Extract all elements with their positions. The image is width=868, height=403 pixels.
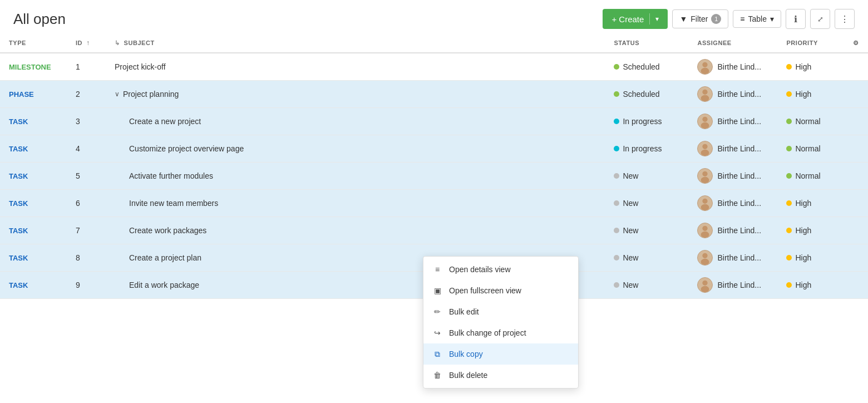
cell-type: PHASE (0, 81, 67, 108)
cell-subject: Create work packages (106, 217, 605, 244)
col-header-assignee[interactable]: ASSIGNEE (688, 33, 777, 53)
svg-point-12 (703, 226, 708, 231)
create-dropdown-arrow: ▾ (655, 15, 659, 23)
context-menu-item-open-details[interactable]: ≡Open details view (423, 259, 578, 280)
cell-assignee: Birthe Lind... (688, 190, 777, 217)
avatar (697, 223, 713, 238)
assignee-name: Birthe Lind... (717, 253, 761, 262)
svg-point-6 (703, 144, 708, 149)
expand-button[interactable]: ⤢ (810, 9, 830, 29)
svg-point-4 (703, 117, 708, 122)
col-header-type[interactable]: TYPE (0, 33, 67, 53)
collapse-arrow-icon[interactable]: ∨ (115, 90, 120, 98)
table-row[interactable]: PHASE2∨Project planningScheduled Birthe … (0, 81, 868, 108)
cell-subject: Create a new project (106, 108, 605, 135)
subject-text: Create a new project (129, 117, 201, 126)
cell-type: MILESTONE (0, 53, 67, 81)
priority-text: Normal (795, 144, 820, 153)
cell-assignee: Birthe Lind... (688, 53, 777, 81)
table-row[interactable]: TASK4Customize project overview pageIn p… (0, 135, 868, 163)
assignee-name: Birthe Lind... (717, 281, 761, 289)
priority-dot-icon (786, 173, 792, 179)
col-header-id[interactable]: ID ↑ (67, 33, 106, 53)
col-header-status[interactable]: STATUS (605, 33, 688, 53)
assignee-name: Birthe Lind... (717, 226, 761, 235)
menu-item-label: Open details view (449, 265, 511, 274)
cell-gear (844, 190, 868, 217)
cell-id: 5 (67, 163, 106, 190)
table-view-button[interactable]: ≡ Table ▾ (733, 10, 781, 28)
avatar (697, 141, 713, 156)
more-button[interactable]: ⋮ (835, 9, 855, 29)
status-dot-icon (614, 200, 619, 206)
col-header-subject[interactable]: ↳ SUBJECT (106, 33, 605, 53)
cell-type: TASK (0, 244, 67, 272)
page-title: All open (13, 11, 66, 28)
cell-subject: Customize project overview page (106, 135, 605, 163)
context-menu-item-open-fullscreen[interactable]: ▣Open fullscreen view (423, 280, 578, 299)
table-dropdown-arrow: ▾ (770, 14, 774, 23)
svg-point-15 (701, 259, 709, 265)
avatar (697, 195, 713, 211)
table-row[interactable]: TASK5Activate further modulesNew Birthe … (0, 163, 868, 190)
col-header-gear[interactable]: ⚙ (844, 33, 868, 53)
filter-button[interactable]: ▼ Filter 1 (672, 9, 728, 28)
cell-subject: Invite new team members (106, 190, 605, 217)
cell-id: 6 (67, 190, 106, 217)
cell-subject: ∨Project planning (106, 81, 605, 108)
svg-point-14 (703, 253, 708, 258)
subject-text: Customize project overview page (129, 144, 244, 153)
menu-item-label: Open fullscreen view (449, 286, 521, 295)
table-icon: ≡ (740, 14, 744, 23)
status-text: New (623, 226, 638, 235)
svg-point-16 (703, 281, 708, 286)
priority-dot-icon (786, 91, 792, 97)
table-row[interactable]: TASK6Invite new team membersNew Birthe L… (0, 190, 868, 217)
fullscreen-icon: ▣ (432, 286, 442, 296)
assignee-name: Birthe Lind... (717, 90, 761, 99)
subject-text: Invite new team members (129, 199, 218, 208)
id-sort-icon: ↑ (86, 39, 90, 47)
assignee-name: Birthe Lind... (717, 117, 761, 126)
cell-gear (844, 163, 868, 190)
cell-priority: High (777, 190, 844, 217)
cell-status: Scheduled (605, 53, 688, 81)
assignee-name: Birthe Lind... (717, 62, 761, 71)
status-text: New (623, 171, 638, 180)
status-dot-icon (614, 119, 619, 124)
cell-status: New (605, 272, 688, 299)
priority-text: High (795, 253, 811, 262)
col-header-priority[interactable]: PRIORITY (777, 33, 844, 53)
cell-gear (844, 81, 868, 108)
cell-status: In progress (605, 108, 688, 135)
info-button[interactable]: ℹ (786, 9, 806, 29)
filter-funnel-icon: ▼ (679, 14, 687, 23)
cell-type: TASK (0, 272, 67, 299)
status-text: New (623, 281, 638, 289)
cell-type: TASK (0, 190, 67, 217)
table-row[interactable]: TASK7Create work packagesNew Birthe Lind… (0, 217, 868, 244)
more-icon: ⋮ (840, 14, 849, 24)
svg-point-11 (701, 204, 709, 210)
table-row[interactable]: TASK3Create a new projectIn progress Bir… (0, 108, 868, 135)
cell-status: New (605, 163, 688, 190)
cell-status: New (605, 217, 688, 244)
cell-priority: Normal (777, 163, 844, 190)
cell-type: TASK (0, 135, 67, 163)
table-row[interactable]: MILESTONE1Project kick-offScheduled Birt… (0, 53, 868, 81)
cell-id: 7 (67, 217, 106, 244)
cell-priority: Normal (777, 135, 844, 163)
expand-icon: ⤢ (817, 15, 823, 23)
svg-point-0 (703, 62, 708, 67)
indent-col-icon: ↳ (115, 40, 120, 47)
create-button[interactable]: + Create ▾ (603, 9, 668, 29)
cell-priority: High (777, 244, 844, 272)
assignee-name: Birthe Lind... (717, 144, 761, 153)
status-dot-icon (614, 173, 619, 179)
cell-assignee: Birthe Lind... (688, 244, 777, 272)
subject-text: Project kick-off (115, 62, 166, 71)
subject-text: Edit a work package (129, 281, 199, 289)
cell-id: 4 (67, 135, 106, 163)
filter-label: Filter (691, 14, 708, 23)
cell-gear (844, 108, 868, 135)
